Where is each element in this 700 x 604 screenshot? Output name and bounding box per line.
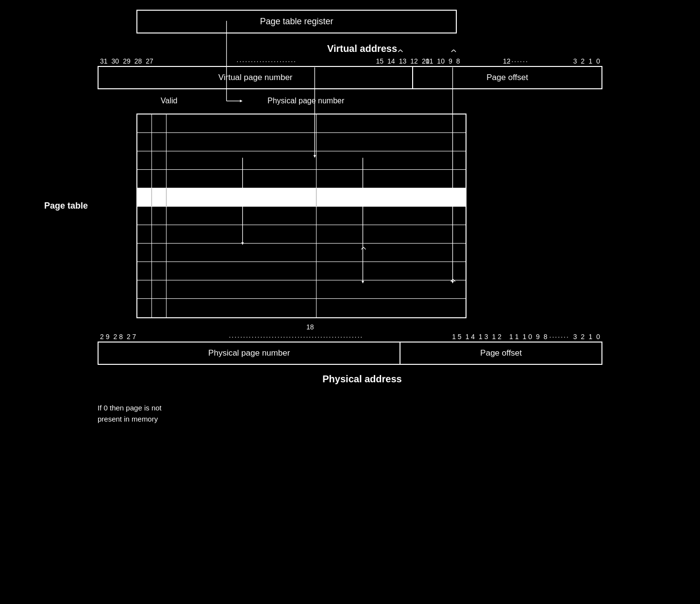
page-table-label: Page table [44,201,88,211]
vpn-field-box: Virtual page number [98,66,413,89]
page-table-grid [136,114,467,318]
table-row [137,299,466,317]
po-bits-annotation: 12 [503,57,511,65]
table-row [137,170,466,188]
table-row [137,244,466,262]
if-zero-note: If 0 then page is not present in memory [98,403,162,424]
page-table-register-box: Page table register [136,10,457,33]
virtual-address-label: Virtual address [107,43,617,54]
table-row [137,280,466,299]
table-row [137,262,466,280]
ppn-bits-annotation: 18 [306,323,314,331]
ppn-column-label: Physical page number [267,97,344,105]
physical-address-label: Physical address [107,374,617,385]
table-row [137,207,466,225]
table-row [137,114,466,133]
table-row [137,151,466,170]
table-row [137,225,466,244]
physical-ppn-field-box: Physical page number [98,342,400,365]
table-row-highlighted [137,188,466,207]
physical-bit-numbers: 2 9 2 8 2 7 ····························… [98,333,602,341]
virtual-bit-numbers: 31 30 29 28 27 ····················· 15 … [98,57,602,65]
page-offset-field-box: Page offset [413,66,602,89]
valid-label: Valid [161,97,177,105]
physical-po-field-box: Page offset [400,342,602,365]
vpn-bits-annotation: 20 [422,57,430,65]
table-row [137,133,466,151]
